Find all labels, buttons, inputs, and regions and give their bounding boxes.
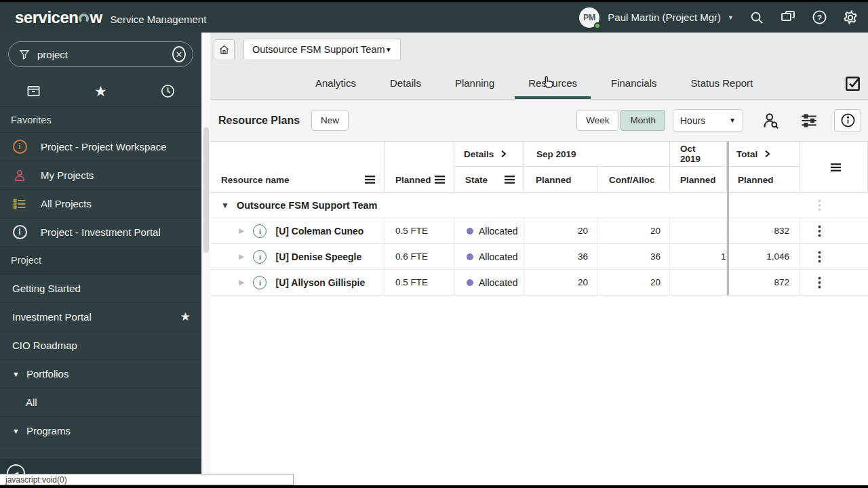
tab-status-report[interactable]: Status Report: [677, 66, 767, 99]
info-circle-icon[interactable]: i: [253, 276, 267, 289]
person-icon: [11, 168, 28, 183]
tab-all-applications[interactable]: [0, 75, 67, 106]
nav-item-investment-portal[interactable]: Investment Portal ★: [0, 303, 201, 331]
total-planned-value: 832: [727, 218, 800, 243]
kebab-menu-icon[interactable]: [818, 251, 821, 263]
help-icon[interactable]: ?: [811, 9, 827, 26]
info-circle-icon[interactable]: i: [253, 250, 267, 264]
table-menu-icon[interactable]: [830, 163, 842, 172]
browser-status-tooltip: javascript:void(0): [0, 474, 294, 485]
column-label: Conf/Alloc: [609, 175, 655, 185]
nav-item-portfolios[interactable]: ▼ Portfolios: [0, 360, 201, 388]
user-avatar[interactable]: PM: [579, 7, 599, 28]
tab-history[interactable]: [134, 75, 201, 106]
connect-chat-icon[interactable]: [780, 9, 796, 26]
nav-item-getting-started[interactable]: Getting Started: [0, 274, 201, 303]
column-total-planned[interactable]: Planned: [727, 167, 800, 192]
user-menu[interactable]: Paul Martin (Project Mgr): [608, 12, 721, 23]
tab-financials[interactable]: Financials: [597, 66, 671, 99]
column-planned[interactable]: Planned: [384, 142, 454, 192]
table-row[interactable]: ▶ i [U] Coleman Cuneo 0.5 FTE Allocated …: [210, 218, 868, 244]
find-resources-icon[interactable]: [761, 110, 781, 131]
settings-sliders-icon[interactable]: [799, 110, 819, 131]
column-sep-conf-alloc[interactable]: Conf/Alloc: [597, 167, 670, 192]
funnel-icon: [18, 48, 31, 60]
tab-favorites[interactable]: ★: [67, 75, 134, 106]
column-resource-name[interactable]: Resource name: [210, 142, 384, 192]
sep-2019-header[interactable]: Sep 2019: [524, 142, 669, 167]
home-button[interactable]: [214, 39, 235, 60]
favorite-label: All Projects: [41, 198, 92, 209]
tab-details[interactable]: Details: [376, 66, 435, 99]
presence-dot-icon: [594, 22, 601, 29]
clock-icon: [160, 83, 176, 99]
column-menu-icon[interactable]: [504, 175, 515, 184]
favorite-project-workspace[interactable]: i Project - Project Workspace: [0, 133, 201, 161]
expand-row-icon[interactable]: ▶: [239, 226, 244, 235]
topbar-actions: PM Paul Martin (Project Mgr) ▼ ?: [579, 7, 859, 28]
kebab-menu-icon[interactable]: [818, 277, 821, 289]
new-button[interactable]: New: [311, 110, 349, 131]
nav-item-label: CIO Roadmap: [12, 340, 77, 351]
info-circle-icon[interactable]: i: [253, 224, 267, 238]
nav-item-programs[interactable]: ▼ Programs: [0, 417, 201, 445]
filter-navigator-field[interactable]: ✕: [8, 41, 193, 67]
tasks-checkbox-icon[interactable]: [844, 75, 862, 95]
tab-planning[interactable]: Planning: [441, 66, 508, 99]
units-dropdown[interactable]: Hours ▼: [673, 109, 743, 131]
section-title: Resource Plans: [218, 115, 300, 127]
star-icon[interactable]: ★: [180, 310, 191, 324]
resource-name[interactable]: [U] Allyson Gillispie: [275, 277, 365, 288]
servicenow-logo[interactable]: servicenw Service Management: [15, 8, 206, 27]
column-label: Planned: [738, 175, 774, 185]
details-group-header[interactable]: Details: [454, 142, 524, 167]
week-toggle-button[interactable]: Week: [576, 110, 618, 131]
caret-down-icon[interactable]: ▼: [12, 370, 20, 378]
caret-down-icon[interactable]: ▼: [221, 201, 229, 210]
filter-navigator-input[interactable]: [37, 49, 172, 60]
clear-filter-icon[interactable]: ✕: [172, 46, 186, 62]
favorite-my-projects[interactable]: My Projects: [0, 161, 201, 190]
sep-conf-alloc-value: 36: [597, 244, 670, 269]
chevron-down-icon[interactable]: ▼: [728, 14, 734, 21]
resource-name[interactable]: [U] Coleman Cuneo: [275, 226, 363, 237]
kebab-menu-icon[interactable]: [818, 199, 821, 211]
oct-planned-value: 10: [670, 244, 727, 269]
allocated-dot-icon: [467, 279, 473, 286]
context-picker-value: Outsource FSM Support Team: [252, 44, 385, 55]
column-label: Planned: [395, 175, 431, 185]
expand-row-icon[interactable]: ▶: [239, 252, 244, 261]
favorite-all-projects[interactable]: All Projects: [0, 190, 201, 218]
table-row[interactable]: ▶ i [U] Denise Speegle 0.6 FTE Allocated…: [210, 244, 868, 270]
column-menu-icon[interactable]: [364, 175, 376, 184]
oct-2019-header[interactable]: Oct 2019: [670, 142, 726, 167]
kebab-menu-icon[interactable]: [818, 225, 821, 237]
info-button[interactable]: [834, 109, 861, 132]
column-oct-planned[interactable]: Planned: [670, 167, 726, 192]
column-state[interactable]: State: [454, 167, 524, 192]
table-row[interactable]: ▶ i [U] Allyson Gillispie 0.5 FTE Alloca…: [210, 270, 868, 296]
context-header: Outsource FSM Support Team ▼: [210, 33, 868, 66]
column-label: Planned: [680, 175, 716, 185]
gear-icon[interactable]: [842, 9, 859, 26]
sidebar-scrollbar[interactable]: [201, 33, 210, 476]
expand-row-icon[interactable]: ▶: [239, 278, 244, 287]
oct-planned-value: 9: [670, 270, 727, 295]
resource-name[interactable]: [U] Denise Speegle: [275, 251, 361, 262]
tab-analytics[interactable]: Analytics: [302, 66, 370, 99]
nav-item-portfolios-all[interactable]: All: [0, 388, 201, 417]
column-group-oct-2019: Oct 2019 Planned: [670, 142, 727, 192]
favorite-investment-portal[interactable]: i Project - Investment Portal: [0, 218, 201, 247]
column-sep-planned[interactable]: Planned: [524, 167, 597, 192]
context-picker-dropdown[interactable]: Outsource FSM Support Team ▼: [243, 39, 401, 60]
column-menu-icon[interactable]: [434, 175, 446, 184]
group-row-team[interactable]: ▼ Outsource FSM Support Team: [210, 192, 868, 218]
search-icon[interactable]: [749, 9, 765, 26]
scrollbar-thumb[interactable]: [203, 127, 209, 253]
month-toggle-button[interactable]: Month: [620, 110, 665, 131]
nav-item-cio-roadmap[interactable]: CIO Roadmap: [0, 331, 201, 360]
caret-down-icon[interactable]: ▼: [12, 427, 20, 435]
frozen-column-divider[interactable]: [727, 142, 729, 296]
caret-down-icon: ▼: [385, 46, 392, 54]
total-group-header[interactable]: Total: [727, 142, 800, 167]
